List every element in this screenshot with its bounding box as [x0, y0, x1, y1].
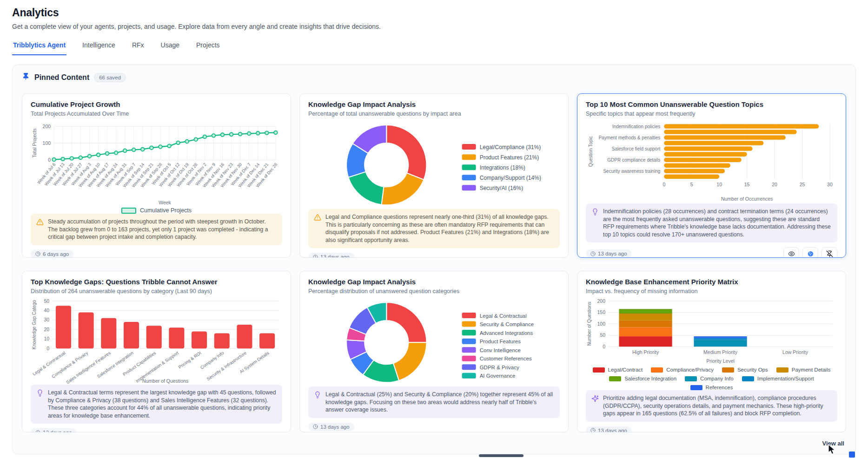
svg-text:Week: Week [159, 200, 171, 205]
analytics-page: Analytics Get a complete view of your ag… [0, 0, 868, 458]
card-top-10-unanswerable-topics[interactable]: Top 10 Most Common Unanswerable Question… [577, 93, 846, 258]
horizontal-scrollbar-thumb[interactable] [479, 454, 523, 457]
card-footer: 13 days ago [308, 253, 560, 258]
legend-item: Salesforce Integration [609, 376, 676, 381]
card-footer: 13 days ago [586, 426, 837, 432]
svg-text:Pricing & ROI: Pricing & ROI [177, 350, 202, 370]
hbar-chart-wrap: 051015202530Indemnification policiesPaym… [586, 121, 837, 203]
svg-text:Advanced Integrations: Advanced Integrations [480, 330, 533, 336]
card-priority-matrix[interactable]: Knowledge Base Enhancement Priority Matr… [577, 271, 846, 432]
pin-icon [22, 72, 30, 82]
svg-text:Knowledge Gap Catego: Knowledge Gap Catego [32, 300, 37, 350]
tab-tribblytics-agent[interactable]: Tribblytics Agent [12, 39, 66, 55]
card-top-knowledge-gaps[interactable]: Top Knowledge Gaps: Questions Tribble Ca… [22, 271, 291, 432]
pinned-content-panel: Pinned Content 66 saved Cumulative Proje… [12, 65, 856, 454]
legend-swatch [121, 208, 136, 214]
tab-rfx[interactable]: RFx [131, 39, 145, 55]
svg-text:Low Priority: Low Priority [782, 349, 808, 355]
svg-text:Total Projects: Total Projects [32, 129, 37, 158]
svg-text:Product Features (21%): Product Features (21%) [480, 154, 539, 161]
card-title: Top 10 Most Common Unanswerable Question… [586, 100, 837, 108]
lightbulb-icon [314, 391, 321, 413]
line-chart-legend: Cumulative Projects [31, 207, 282, 214]
clock-icon [35, 430, 40, 432]
timestamp-badge: 13 days ago [586, 426, 632, 432]
insight-warning: Steady accumulation of projects througho… [31, 214, 282, 245]
svg-text:0: 0 [48, 157, 51, 163]
card-knowledge-gap-impact-1[interactable]: Knowledge Gap Impact Analysis Percentage… [299, 93, 569, 258]
line-chart-wrap: 0100200Week of Jul 6Week of Jul 13Week o… [31, 121, 282, 214]
timestamp-badge: 13 days ago [31, 428, 77, 432]
stacked-bar-chart: 050100150200High PriorityMedium Priority… [586, 298, 837, 365]
palette-icon [807, 250, 814, 257]
card-subtitle: Total Projects Accumulated Over Time [31, 111, 282, 117]
svg-text:10: 10 [716, 182, 722, 187]
pin-off-icon [826, 250, 833, 257]
view-button[interactable] [783, 247, 799, 258]
donut-chart: Legal & ContractualSecurity & Compliance… [308, 298, 560, 386]
timestamp-badge: 13 days ago [308, 253, 354, 258]
alert-triangle-icon [314, 213, 321, 244]
svg-text:Customer References: Customer References [480, 356, 532, 361]
insight-idea: Legal & Contractual terms represent the … [31, 385, 282, 424]
card-cumulative-project-growth[interactable]: Cumulative Project Growth Total Projects… [22, 93, 291, 258]
pinned-content-header: Pinned Content 66 saved [22, 72, 846, 82]
donut-chart-wrap: Legal/Compliance (31%)Product Features (… [308, 121, 560, 209]
scroll-corner-indicator[interactable] [849, 451, 855, 458]
svg-text:50: 50 [44, 298, 49, 304]
alert-triangle-icon [36, 218, 44, 241]
card-footer: 13 days ago [308, 423, 560, 431]
palette-button[interactable] [802, 247, 818, 258]
donut-chart-wrap: Legal & ContractualSecurity & Compliance… [308, 298, 560, 386]
card-title: Knowledge Gap Impact Analysis [308, 100, 560, 108]
card-action-buttons [783, 247, 837, 258]
svg-text:25: 25 [800, 182, 805, 187]
svg-text:0: 0 [663, 182, 665, 187]
line-chart: 0100200Week of Jul 6Week of Jul 13Week o… [31, 121, 282, 206]
pinned-cards-grid: Cumulative Project Growth Total Projects… [22, 93, 846, 432]
legend-label: Cumulative Projects [140, 207, 192, 214]
svg-text:Security & Compliance: Security & Compliance [480, 321, 534, 327]
page-header: Analytics Get a complete view of your ag… [0, 0, 868, 30]
svg-text:Medium Priority: Medium Priority [703, 349, 738, 355]
donut-chart: Legal/Compliance (31%)Product Features (… [308, 121, 560, 209]
svg-text:50: 50 [600, 332, 605, 338]
legend-item: Legal/Contract [593, 367, 643, 373]
insight-text: Indemnification policies (28 occurrences… [603, 208, 832, 238]
svg-text:Conv Intelligence: Conv Intelligence [480, 347, 521, 353]
svg-text:GDPR & Privacy: GDPR & Privacy [480, 365, 519, 370]
legend-item: Security Ops [722, 367, 768, 373]
svg-text:Legal/Compliance (31%): Legal/Compliance (31%) [480, 144, 541, 150]
pinned-content-title: Pinned Content [34, 73, 89, 82]
svg-text:10: 10 [44, 336, 49, 341]
timestamp-badge: 13 days ago [586, 249, 632, 258]
svg-text:Number of Questions: Number of Questions [142, 378, 188, 384]
svg-text:High Priority: High Priority [632, 349, 659, 355]
legend-item: Compliance/Privacy [651, 367, 714, 373]
insight-text: Legal & Contractual (25%) and Security &… [325, 391, 554, 413]
svg-text:Priority Level: Priority Level [706, 358, 735, 364]
unpin-button[interactable] [822, 247, 837, 258]
svg-text:Company/Support (14%): Company/Support (14%) [480, 175, 541, 181]
insight-idea: Indemnification policies (28 occurrences… [586, 203, 837, 242]
svg-text:GDPR compliance details: GDPR compliance details [607, 157, 660, 163]
insight-text: Prioritize adding legal documentation (M… [603, 394, 832, 417]
svg-text:200: 200 [43, 124, 51, 129]
card-title: Knowledge Base Enhancement Priority Matr… [586, 278, 837, 286]
svg-text:30: 30 [44, 317, 49, 322]
lightbulb-icon [591, 208, 599, 238]
svg-text:Security awareness training: Security awareness training [603, 169, 660, 174]
tab-intelligence[interactable]: Intelligence [81, 39, 116, 55]
card-knowledge-gap-impact-2[interactable]: Knowledge Gap Impact Analysis Percentage… [299, 271, 569, 432]
svg-text:5: 5 [690, 182, 693, 187]
stacked-chart-legend: Legal/ContractCompliance/PrivacySecurity… [586, 367, 837, 390]
tab-usage[interactable]: Usage [160, 39, 180, 55]
insight-text: Steady accumulation of projects througho… [48, 218, 277, 241]
card-footer: 13 days ago [586, 247, 837, 258]
card-subtitle: Impact vs. frequency of missing informat… [586, 288, 837, 294]
saved-count-badge: 66 saved [94, 73, 126, 82]
insight-text: Legal & Contractual terms represent the … [48, 389, 277, 419]
vbar-chart-wrap: 01020304050Legal & ContractualCompliance… [31, 298, 282, 385]
page-title: Analytics [12, 7, 856, 19]
tab-projects[interactable]: Projects [195, 39, 221, 55]
